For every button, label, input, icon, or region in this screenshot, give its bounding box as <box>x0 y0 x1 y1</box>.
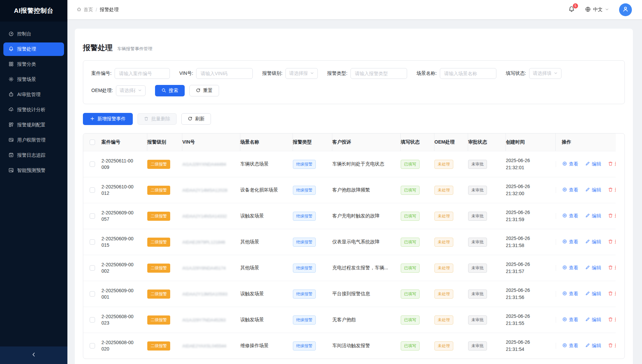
scene-name: 误触发场景 <box>240 213 264 219</box>
row-checkbox[interactable] <box>90 161 95 167</box>
filter-alarm-level-select[interactable]: 请选择报... <box>285 68 318 79</box>
view-button[interactable]: 查看 <box>562 213 578 219</box>
delete-button[interactable]: 删除 <box>608 239 616 245</box>
complaint-text: 充电过程发生报警，车辆... <box>332 265 388 271</box>
row-actions: 查看 编辑 删除 <box>556 187 616 193</box>
column-header-6: 客户投诉 <box>332 133 401 151</box>
sidebar-item-5[interactable]: AI审批管理 <box>3 88 64 101</box>
select-all-checkbox[interactable] <box>90 140 95 145</box>
sidebar-item-3[interactable]: 报警分类 <box>3 58 64 71</box>
table-header-row: 案件编号报警级别VIN号场景名称报警类型客户投诉填写状态OEM处理审批状态创建时… <box>83 133 616 151</box>
oem-status-badge: 未处理 <box>434 212 453 221</box>
column-header-10: 创建时间 <box>506 133 556 151</box>
sidebar-item-10[interactable]: 智能预测预警 <box>3 164 64 177</box>
reset-button[interactable]: 重置 <box>189 85 219 96</box>
edit-button[interactable]: 编辑 <box>585 239 601 245</box>
view-button[interactable]: 查看 <box>562 265 578 271</box>
sidebar-item-7[interactable]: 报警规则配置 <box>3 118 64 132</box>
row-checkbox[interactable] <box>90 213 95 219</box>
edit-button[interactable]: 编辑 <box>585 187 601 193</box>
row-checkbox[interactable] <box>90 187 95 193</box>
edit-button[interactable]: 编辑 <box>585 291 601 297</box>
avatar[interactable] <box>619 3 632 16</box>
filter-scene-name-input[interactable] <box>440 68 496 79</box>
add-alarm-event-button[interactable]: 新增报警事件 <box>83 113 133 125</box>
edit-button[interactable]: 编辑 <box>585 343 601 349</box>
rule-grid-icon <box>8 122 14 128</box>
oem-status-badge: 未处理 <box>434 264 453 273</box>
row-checkbox[interactable] <box>90 239 95 245</box>
column-header-7: 填写状态 <box>401 133 434 151</box>
table-row: 2-20250610-00012 二级报警 AIDAA2Y14MSA12028 … <box>83 177 616 203</box>
created-time: 2025-06-2621:31:56 <box>506 287 530 301</box>
delete-button[interactable]: 删除 <box>608 187 616 193</box>
delete-button[interactable]: 删除 <box>608 317 616 323</box>
view-button[interactable]: 查看 <box>562 161 578 167</box>
filter-case-no-input[interactable] <box>115 68 170 79</box>
edit-button[interactable]: 编辑 <box>585 161 601 167</box>
approve-status-badge: 未审批 <box>468 264 487 273</box>
delete-button[interactable]: 删除 <box>608 161 616 167</box>
delete-button[interactable]: 删除 <box>608 343 616 349</box>
home-icon <box>77 7 82 13</box>
eye-icon <box>562 343 567 349</box>
table-scroll-area[interactable]: 案件编号报警级别VIN号场景名称报警类型客户投诉填写状态OEM处理审批状态创建时… <box>83 133 616 359</box>
complaint-text: 客户充电时触发的故障 <box>332 213 379 219</box>
filter-alarm-type-input[interactable] <box>350 68 407 79</box>
row-checkbox[interactable] <box>90 291 95 297</box>
sidebar-item-2[interactable]: 报警处理 <box>3 42 64 56</box>
sidebar-item-1[interactable]: 控制台 <box>3 27 64 41</box>
sidebar-item-4[interactable]: 报警场景 <box>3 73 64 86</box>
alarm-table: 案件编号报警级别VIN号场景名称报警类型客户投诉填写状态OEM处理审批状态创建时… <box>83 133 625 359</box>
sidebar-item-8[interactable]: 用户权限管理 <box>3 133 64 147</box>
breadcrumb-home[interactable]: 首页 <box>77 7 93 13</box>
case-id: 2-20250611-00009 <box>101 158 134 171</box>
filter-oem-process-select[interactable]: 请选择处... <box>116 85 146 96</box>
delete-button[interactable]: 删除 <box>608 213 616 219</box>
eye-icon <box>562 239 567 245</box>
trash-icon <box>608 213 613 219</box>
alarm-level-badge: 二级报警 <box>147 264 170 273</box>
oem-status-badge: 未处理 <box>434 290 453 299</box>
view-button[interactable]: 查看 <box>562 317 578 323</box>
filter-vin-input[interactable] <box>196 68 253 79</box>
row-checkbox[interactable] <box>90 317 95 323</box>
delete-button[interactable]: 删除 <box>608 265 616 271</box>
search-button[interactable]: 搜索 <box>155 85 185 96</box>
approve-status-badge: 未审批 <box>468 212 487 221</box>
edit-button[interactable]: 编辑 <box>585 265 601 271</box>
sidebar-collapse-button[interactable] <box>0 346 67 364</box>
view-button[interactable]: 查看 <box>562 343 578 349</box>
filter-fill-status-select[interactable]: 请选择填... <box>529 68 561 79</box>
delete-button[interactable]: 删除 <box>608 291 616 297</box>
created-time: 2025-06-2621:31:57 <box>506 261 530 275</box>
chevron-down-icon <box>605 7 609 12</box>
language-selector[interactable]: 中文 <box>585 6 609 13</box>
page-subtitle: 车辆报警事件管理 <box>117 46 152 52</box>
chevron-down-icon <box>554 70 558 77</box>
view-button[interactable]: 查看 <box>562 291 578 297</box>
batch-delete-button[interactable]: 批量删除 <box>137 113 177 125</box>
edit-button[interactable]: 编辑 <box>585 317 601 323</box>
column-header-4: 场景名称 <box>240 133 293 151</box>
edit-button[interactable]: 编辑 <box>585 213 601 219</box>
view-button[interactable]: 查看 <box>562 187 578 193</box>
row-checkbox[interactable] <box>90 343 95 348</box>
breadcrumb: 首页 / 报警处理 <box>77 7 119 13</box>
sidebar-item-9[interactable]: 报警日志追踪 <box>3 149 64 162</box>
refresh-button[interactable]: 刷新 <box>181 113 211 125</box>
vin-text: AIDAE2979PL121846 <box>182 240 225 245</box>
filter-field-label: 案件编号: <box>91 70 112 77</box>
eye-icon <box>562 317 567 323</box>
notification-bell-button[interactable]: 5 <box>568 6 575 14</box>
row-checkbox[interactable] <box>90 265 95 271</box>
filter-actions: 搜索 重置 <box>155 85 219 96</box>
view-button[interactable]: 查看 <box>562 239 578 245</box>
scene-name: 维修操作场景 <box>240 343 269 349</box>
pencil-icon <box>585 317 590 323</box>
created-time: 2025-06-2621:31:55 <box>506 313 530 327</box>
sidebar-item-6[interactable]: 报警统计分析 <box>3 103 64 117</box>
filter-row-1: 案件编号: VIN号: 报警级别: 请选择报... 报警类型: 场景名称: 填写… <box>91 68 616 79</box>
table-row: 2-20250608-00023 二级报警 AI1AJ29Y7NDA45263 … <box>83 307 616 333</box>
complaint-text: 车间活动触发报警 <box>332 343 370 349</box>
